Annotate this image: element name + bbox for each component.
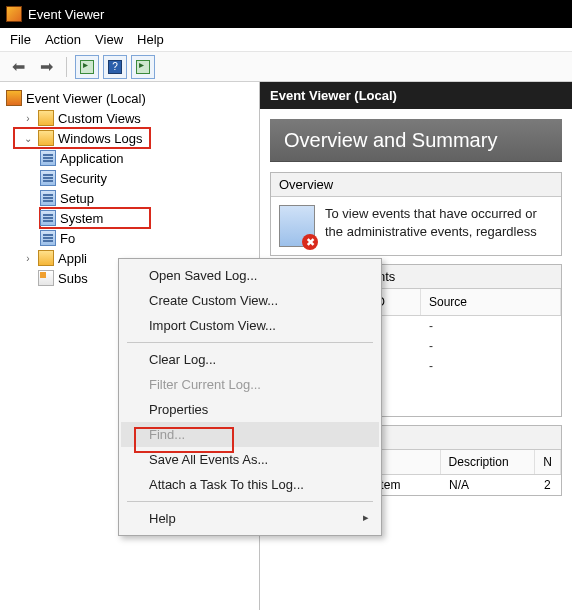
overview-panel-header: Overview xyxy=(271,173,561,197)
subscriptions-icon xyxy=(38,270,54,286)
menu-help[interactable]: Help xyxy=(137,32,164,47)
tree-log-system[interactable]: System xyxy=(40,208,150,228)
tree-item-label: Subs xyxy=(58,271,88,286)
help-icon: ? xyxy=(108,60,122,74)
log-icon xyxy=(40,210,56,226)
help-button[interactable]: ? xyxy=(103,55,127,79)
log-icon xyxy=(40,150,56,166)
folder-icon xyxy=(38,130,54,146)
menu-clear-log[interactable]: Clear Log... xyxy=(121,347,379,372)
menu-action[interactable]: Action xyxy=(45,32,81,47)
back-button[interactable]: ⬅ xyxy=(6,55,30,79)
tree-custom-views[interactable]: › Custom Views xyxy=(2,108,257,128)
cell-source: - xyxy=(421,316,441,336)
menu-view[interactable]: View xyxy=(95,32,123,47)
menu-help[interactable]: Help xyxy=(121,506,379,531)
folder-icon xyxy=(38,250,54,266)
log-icon xyxy=(40,230,56,246)
tree-root-label: Event Viewer (Local) xyxy=(26,91,146,106)
tree-item-label: Security xyxy=(60,171,107,186)
cell-source: - xyxy=(421,336,441,356)
tree-log-forwarded[interactable]: Fo xyxy=(2,228,257,248)
tree-item-label: Windows Logs xyxy=(58,131,143,146)
tree-item-label: System xyxy=(60,211,103,226)
menu-save-all-events[interactable]: Save All Events As... xyxy=(121,447,379,472)
menu-filter-current-log: Filter Current Log... xyxy=(121,372,379,397)
event-viewer-icon xyxy=(6,90,22,106)
menu-separator xyxy=(127,501,373,502)
expand-icon[interactable]: › xyxy=(22,113,34,124)
menu-create-custom-view[interactable]: Create Custom View... xyxy=(121,288,379,313)
menu-bar: File Action View Help xyxy=(0,28,572,52)
tree-item-label: Setup xyxy=(60,191,94,206)
menu-import-custom-view[interactable]: Import Custom View... xyxy=(121,313,379,338)
properties-button[interactable] xyxy=(75,55,99,79)
overview-line1: To view events that have occurred or xyxy=(325,206,537,221)
arrow-right-icon: ➡ xyxy=(40,59,53,75)
forward-button[interactable]: ➡ xyxy=(34,55,58,79)
cell-description: N/A xyxy=(441,475,536,495)
collapse-icon[interactable]: ⌄ xyxy=(22,133,34,144)
tree-log-security[interactable]: Security xyxy=(2,168,257,188)
tree-item-label: Fo xyxy=(60,231,75,246)
cell-n: 2 xyxy=(536,475,559,495)
log-icon xyxy=(40,190,56,206)
overview-line2: the administrative events, regardless xyxy=(325,224,537,239)
app-icon xyxy=(6,6,22,22)
column-source[interactable]: Source xyxy=(421,289,561,315)
overview-panel: Overview To view events that have occurr… xyxy=(270,172,562,256)
tree-root[interactable]: Event Viewer (Local) xyxy=(2,88,257,108)
overview-error-icon xyxy=(279,205,315,247)
window-title: Event Viewer xyxy=(28,7,104,22)
menu-open-saved-log[interactable]: Open Saved Log... xyxy=(121,263,379,288)
folder-icon xyxy=(38,110,54,126)
details-header: Event Viewer (Local) xyxy=(260,82,572,109)
tree-item-label: Custom Views xyxy=(58,111,141,126)
log-icon xyxy=(40,170,56,186)
tree-log-setup[interactable]: Setup xyxy=(2,188,257,208)
cell-source: - xyxy=(421,356,441,376)
tree-windows-logs[interactable]: ⌄ Windows Logs xyxy=(14,128,150,148)
menu-separator xyxy=(127,342,373,343)
expand-icon[interactable]: › xyxy=(22,253,34,264)
menu-attach-task[interactable]: Attach a Task To this Log... xyxy=(121,472,379,497)
toolbar: ⬅ ➡ ? xyxy=(0,52,572,82)
properties-icon xyxy=(80,60,94,74)
tree-item-label: Application xyxy=(60,151,124,166)
arrow-left-icon: ⬅ xyxy=(12,59,25,75)
toolbar-separator xyxy=(66,57,67,77)
export-icon xyxy=(136,60,150,74)
column-description[interactable]: Description xyxy=(441,450,536,474)
export-button[interactable] xyxy=(131,55,155,79)
tree-item-label: Appli xyxy=(58,251,87,266)
tree-log-application[interactable]: Application xyxy=(2,148,257,168)
overview-banner: Overview and Summary xyxy=(270,119,562,162)
column-n[interactable]: N xyxy=(535,450,561,474)
context-menu: Open Saved Log... Create Custom View... … xyxy=(118,258,382,536)
menu-file[interactable]: File xyxy=(10,32,31,47)
title-bar: Event Viewer xyxy=(0,0,572,28)
overview-text: To view events that have occurred or the… xyxy=(325,205,537,240)
menu-properties[interactable]: Properties xyxy=(121,397,379,422)
menu-find[interactable]: Find... xyxy=(121,422,379,447)
